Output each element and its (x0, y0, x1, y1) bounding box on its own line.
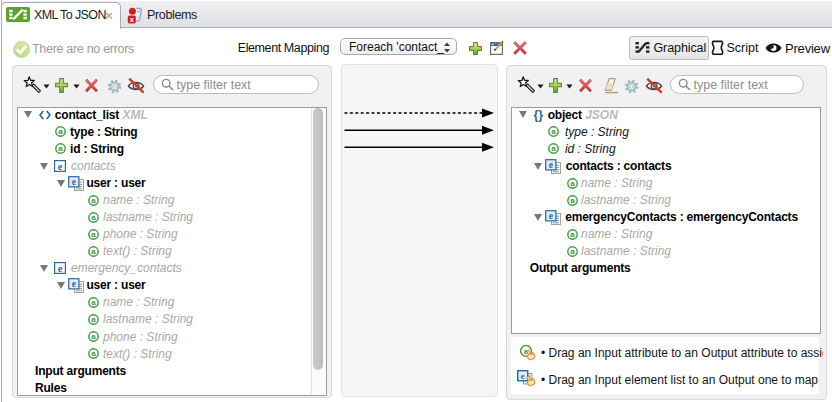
svg-text:e: e (520, 370, 524, 380)
